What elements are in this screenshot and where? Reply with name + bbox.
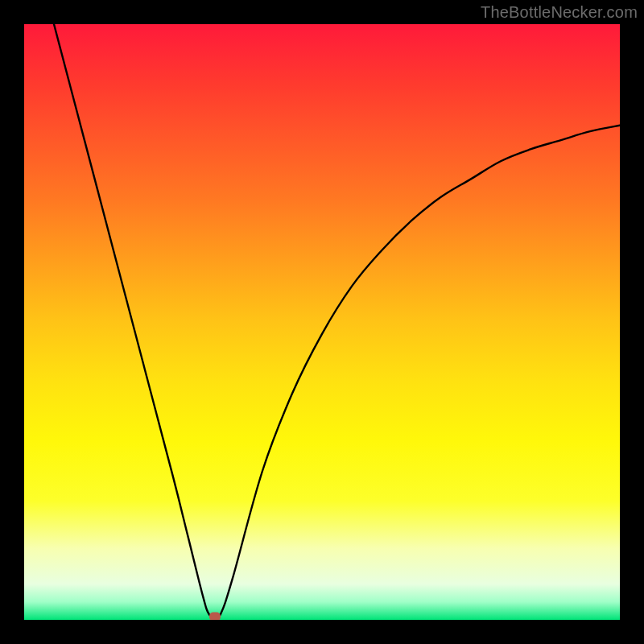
bottleneck-curve bbox=[54, 24, 620, 618]
chart-frame: TheBottleNecker.com bbox=[0, 0, 644, 644]
watermark-text: TheBottleNecker.com bbox=[481, 3, 638, 22]
plot-area bbox=[24, 24, 620, 620]
optimal-point-marker bbox=[209, 613, 221, 620]
curve-svg bbox=[24, 24, 620, 620]
